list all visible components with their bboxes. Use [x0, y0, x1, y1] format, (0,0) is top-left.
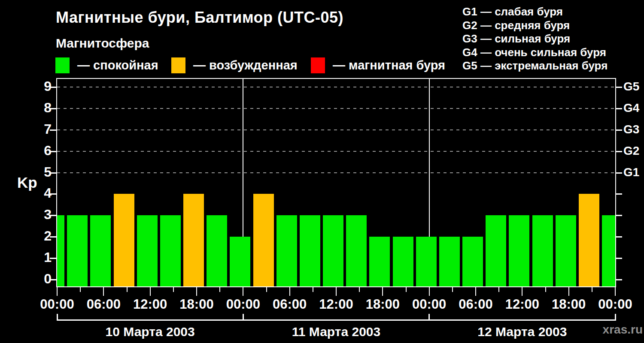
x-tick-label: 00:00 — [598, 297, 632, 312]
y-tick-7 — [50, 129, 57, 131]
watermark: xras.ru — [603, 323, 643, 337]
kp-bar-h9 — [114, 194, 134, 286]
x-major-tick — [475, 287, 476, 296]
y-tick-4 — [50, 193, 57, 195]
y-tick-5 — [50, 172, 57, 174]
chart-title: Магнитные бури, Балтимор (UTC-05) — [56, 9, 343, 27]
x-minor-tick — [545, 287, 546, 292]
x-tick-label: 00:00 — [226, 297, 260, 312]
x-major-tick — [289, 287, 290, 296]
y-right-tick-4 — [616, 193, 622, 195]
kp-bar-h51 — [439, 237, 460, 286]
g-scale-label-g3: G3 — [623, 123, 639, 136]
y-tick-label-4: 4 — [17, 185, 52, 201]
day-bracket-tick — [243, 314, 244, 321]
y-right-tick-1 — [616, 258, 622, 259]
x-tick-label: 06:00 — [87, 297, 121, 312]
y-tick-3 — [50, 215, 57, 216]
kp-bar-h0 — [56, 215, 64, 286]
kp-bar-h72 — [602, 215, 616, 286]
kp-bar-h21 — [207, 215, 227, 286]
kp-bar-h15 — [160, 215, 181, 286]
kp-bar-h30 — [276, 215, 297, 286]
kp-bar-h27 — [253, 194, 274, 286]
x-minor-tick — [219, 287, 220, 292]
x-minor-tick — [266, 287, 267, 292]
storm-color-swatch — [311, 57, 325, 73]
kp-bar-h45 — [393, 237, 413, 286]
x-major-tick — [429, 287, 430, 296]
legend-item-storm: — магнитная буря — [311, 57, 445, 73]
g-legend-line-g3: G3 — сильная буря — [462, 32, 608, 46]
y-right-tick-7 — [616, 129, 622, 131]
grid-line-kp9 — [57, 87, 615, 87]
g-legend-line-g1: G1 — слабая буря — [462, 5, 608, 19]
y-right-tick-6 — [616, 151, 622, 152]
x-major-tick — [382, 287, 383, 296]
y-tick-2 — [50, 236, 57, 238]
day-bracket-tick — [57, 314, 58, 321]
g-scale-legend: G1 — слабая буря G2 — средняя буря G3 — … — [462, 5, 608, 73]
kp-bar-h36 — [323, 215, 343, 286]
g-legend-line-g5: G5 — экстремальная буря — [462, 59, 608, 73]
y-tick-label-9: 9 — [17, 78, 52, 94]
y-tick-label-0: 0 — [17, 271, 52, 287]
kp-bar-h48 — [416, 237, 437, 286]
x-tick-label: 18:00 — [179, 297, 213, 312]
excited-color-swatch — [171, 57, 185, 73]
g-legend-line-g4: G4 — очень сильная буря — [462, 46, 608, 60]
legend-item-excited: — возбужденная — [171, 57, 298, 73]
x-minor-tick — [406, 287, 407, 292]
x-tick-label: 18:00 — [552, 297, 586, 312]
legend-label-storm: — магнитная буря — [333, 58, 445, 72]
grid-line-kp8 — [57, 108, 615, 109]
y-tick-label-2: 2 — [17, 228, 52, 244]
day-bracket-line — [57, 319, 615, 321]
g-scale-label-g4: G4 — [623, 101, 639, 115]
y-right-tick-9 — [616, 87, 622, 88]
y-tick-label-5: 5 — [17, 164, 52, 180]
x-tick-label: 06:00 — [459, 297, 492, 312]
date-label-day1: 10 Марта 2003 — [106, 325, 195, 339]
day-bracket-tick — [428, 314, 430, 321]
y-tick-6 — [50, 151, 57, 152]
legend-label-quiet: — спокойная — [77, 58, 158, 72]
y-tick-label-8: 8 — [17, 100, 52, 116]
grid-line-kp5 — [57, 172, 615, 173]
x-minor-tick — [313, 287, 313, 292]
y-right-tick-0 — [616, 279, 622, 280]
kp-bar-h3 — [67, 215, 88, 286]
x-major-tick — [103, 287, 104, 296]
quiet-color-swatch — [55, 57, 70, 73]
x-tick-label: 00:00 — [40, 297, 74, 312]
grid-line-kp7 — [57, 129, 615, 130]
kp-bar-h6 — [90, 215, 111, 286]
kp-bar-h18 — [183, 194, 204, 286]
legend-item-quiet: — спокойная — [55, 57, 158, 73]
g-scale-label-g2: G2 — [623, 144, 639, 158]
x-major-tick — [615, 287, 616, 296]
y-tick-9 — [50, 87, 57, 88]
x-minor-tick — [498, 287, 499, 292]
g-scale-label-g1: G1 — [623, 165, 639, 179]
kp-bar-h69 — [579, 194, 599, 286]
x-tick-label: 06:00 — [273, 297, 307, 312]
x-minor-tick — [359, 287, 360, 292]
y-tick-label-6: 6 — [17, 143, 52, 159]
kp-bar-h66 — [556, 215, 576, 286]
magnetosphere-legend-title: Магнитосфера — [56, 36, 149, 51]
y-tick-label-1: 1 — [17, 250, 52, 265]
y-right-tick-2 — [616, 236, 622, 238]
y-right-tick-5 — [616, 172, 622, 174]
x-major-tick — [57, 287, 58, 296]
x-tick-label: 12:00 — [319, 297, 353, 312]
kp-bar-h39 — [346, 215, 367, 286]
y-tick-8 — [50, 108, 57, 109]
y-tick-label-3: 3 — [17, 207, 52, 223]
x-tick-label: 18:00 — [366, 297, 400, 312]
grid-line-kp6 — [57, 151, 615, 152]
y-right-tick-3 — [616, 215, 622, 216]
date-label-day2: 11 Марта 2003 — [292, 325, 380, 339]
kp-bar-h42 — [369, 237, 390, 286]
x-major-tick — [243, 287, 243, 296]
